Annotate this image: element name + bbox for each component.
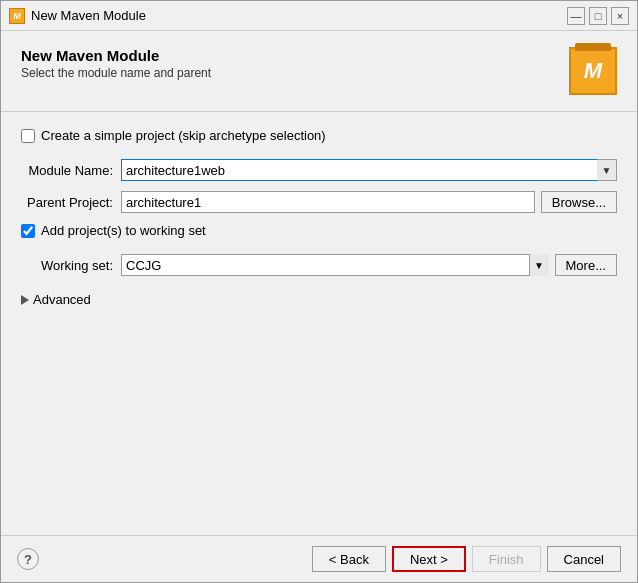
advanced-expand-icon [21,295,29,305]
bottom-right: < Back Next > Finish Cancel [312,546,621,572]
title-bar-left: M New Maven Module [9,8,146,24]
bottom-bar: ? < Back Next > Finish Cancel [1,535,637,582]
title-bar: M New Maven Module — □ × [1,1,637,31]
parent-project-label: Parent Project: [21,195,121,210]
minimize-button[interactable]: — [567,7,585,25]
module-name-label: Module Name: [21,163,121,178]
dialog-content: New Maven Module Select the module name … [1,31,637,535]
cancel-button[interactable]: Cancel [547,546,621,572]
add-working-set-row: Add project(s) to working set [21,223,617,238]
add-working-set-label: Add project(s) to working set [41,223,206,238]
browse-button[interactable]: Browse... [541,191,617,213]
dialog-header: New Maven Module Select the module name … [21,47,617,95]
help-button[interactable]: ? [17,548,39,570]
working-set-wrapper: CCJG ▼ [121,254,549,276]
module-name-row: Module Name: ▼ [21,159,617,181]
title-bar-text: New Maven Module [31,8,146,23]
next-button[interactable]: Next > [392,546,466,572]
simple-project-label: Create a simple project (skip archetype … [41,128,326,143]
module-name-dropdown-arrow[interactable]: ▼ [597,159,617,181]
new-maven-module-dialog: M New Maven Module — □ × New Maven Modul… [0,0,638,583]
advanced-section[interactable]: Advanced [21,290,617,309]
maven-logo: M [569,47,617,95]
more-button[interactable]: More... [555,254,617,276]
content-spacer [21,309,617,519]
dialog-icon: M [9,8,25,24]
dialog-subtitle: Select the module name and parent [21,66,211,80]
back-button[interactable]: < Back [312,546,386,572]
parent-project-input[interactable] [121,191,535,213]
simple-project-checkbox[interactable] [21,129,35,143]
working-set-label: Working set: [21,258,121,273]
module-name-input[interactable] [121,159,598,181]
working-set-row: Working set: CCJG ▼ More... [21,254,617,276]
header-separator [1,111,637,112]
title-bar-controls: — □ × [567,7,629,25]
header-text: New Maven Module Select the module name … [21,47,211,80]
bottom-left: ? [17,548,39,570]
finish-button: Finish [472,546,541,572]
parent-project-row: Parent Project: Browse... [21,191,617,213]
add-working-set-checkbox[interactable] [21,224,35,238]
working-set-dropdown[interactable]: CCJG [121,254,549,276]
simple-project-row: Create a simple project (skip archetype … [21,128,617,143]
dialog-title: New Maven Module [21,47,211,64]
maximize-button[interactable]: □ [589,7,607,25]
advanced-label: Advanced [33,292,91,307]
close-button[interactable]: × [611,7,629,25]
